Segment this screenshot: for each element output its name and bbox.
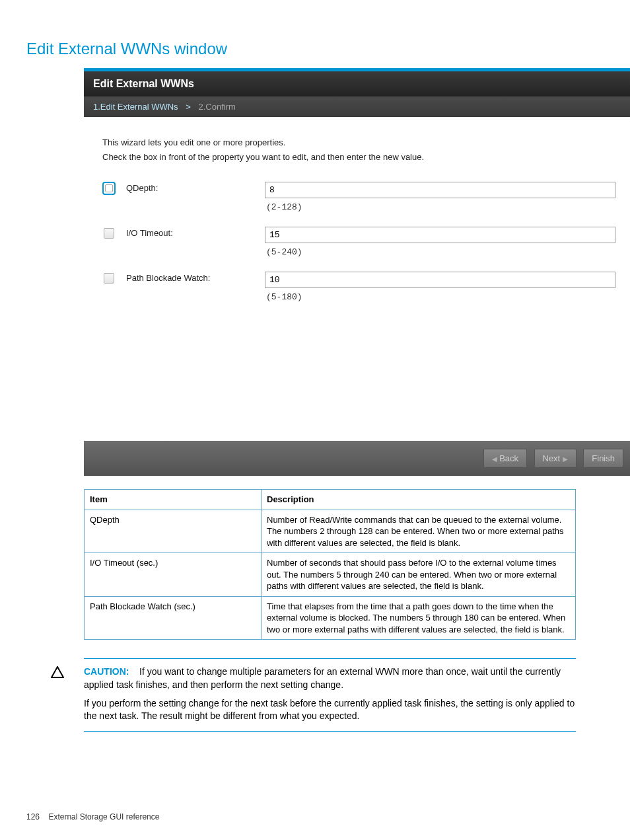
range-pathblockade: (5-180): [265, 288, 615, 302]
input-qdepth[interactable]: [265, 182, 615, 198]
triangle-right-icon: ▶: [563, 455, 568, 463]
wizard-step-separator: >: [186, 102, 191, 112]
table-cell-desc: Number of seconds that should pass befor…: [262, 553, 576, 597]
input-iotimeout[interactable]: [265, 227, 615, 243]
caution-icon: [51, 664, 64, 683]
wizard-intro: This wizard lets you edit one or more pr…: [102, 135, 615, 165]
footer-text: External Storage GUI reference: [48, 812, 159, 821]
table-cell-item: QDepth: [85, 510, 262, 553]
back-button[interactable]: ◀ Back: [483, 449, 528, 468]
next-button[interactable]: Next ▶: [534, 449, 577, 468]
page-title: Edit External WWNs window: [0, 0, 630, 68]
checkbox-iotimeout[interactable]: [104, 228, 114, 239]
wizard-intro-line1: This wizard lets you edit one or more pr…: [102, 135, 615, 150]
table-cell-desc: Time that elapses from the time that a p…: [262, 596, 576, 640]
page-number: 126: [26, 812, 40, 821]
table-cell-item: Path Blockade Watch (sec.): [85, 596, 262, 640]
wizard-window: Edit External WWNs 1.Edit External WWNs …: [84, 68, 630, 476]
table-row: I/O Timeout (sec.) Number of seconds tha…: [85, 553, 576, 597]
table-row: QDepth Number of Read/Write commands tha…: [85, 510, 576, 553]
checkbox-pathblockade[interactable]: [104, 273, 114, 284]
caution-text-2: If you perform the setting change for th…: [84, 697, 576, 723]
caution-label: CAUTION:: [84, 666, 129, 677]
next-button-label: Next: [543, 453, 561, 463]
form-row-iotimeout: I/O Timeout: (5-240): [102, 227, 615, 257]
checkbox-inner: [105, 184, 113, 192]
label-iotimeout: I/O Timeout:: [126, 227, 265, 238]
description-table: Item Description QDepth Number of Read/W…: [84, 489, 576, 640]
range-iotimeout: (5-240): [265, 243, 615, 257]
wizard-footer: ◀ Back Next ▶ Finish: [84, 441, 630, 476]
back-button-label: Back: [499, 453, 518, 463]
range-qdepth: (2-128): [265, 198, 615, 212]
wizard-step-2[interactable]: 2.Confirm: [198, 102, 235, 112]
form-row-qdepth: QDepth: (2-128): [102, 182, 615, 212]
page-footer: 126 External Storage GUI reference: [26, 812, 159, 821]
table-header-description: Description: [262, 490, 576, 510]
form-row-pathblockade: Path Blockade Watch: (5-180): [102, 272, 615, 302]
wizard-step-bar: 1.Edit External WWNs > 2.Confirm: [84, 96, 630, 117]
table-cell-desc: Number of Read/Write commands that can b…: [262, 510, 576, 553]
finish-button[interactable]: Finish: [583, 449, 623, 468]
wizard-title-bar: Edit External WWNs: [84, 71, 630, 96]
checkbox-qdepth[interactable]: [102, 182, 116, 195]
caution-text-1: If you want to change multiple parameter…: [84, 666, 561, 690]
label-pathblockade: Path Blockade Watch:: [126, 272, 265, 283]
table-cell-item: I/O Timeout (sec.): [85, 553, 262, 597]
table-header-item: Item: [85, 490, 262, 510]
wizard-step-1[interactable]: 1.Edit External WWNs: [93, 102, 178, 112]
label-qdepth: QDepth:: [126, 182, 265, 193]
wizard-body: This wizard lets you edit one or more pr…: [84, 117, 630, 441]
table-row: Path Blockade Watch (sec.) Time that ela…: [85, 596, 576, 640]
input-pathblockade[interactable]: [265, 272, 615, 288]
triangle-left-icon: ◀: [492, 455, 497, 463]
caution-block: CAUTION: If you want to change multiple …: [84, 658, 576, 731]
wizard-intro-line2: Check the box in front of the property y…: [102, 150, 615, 165]
